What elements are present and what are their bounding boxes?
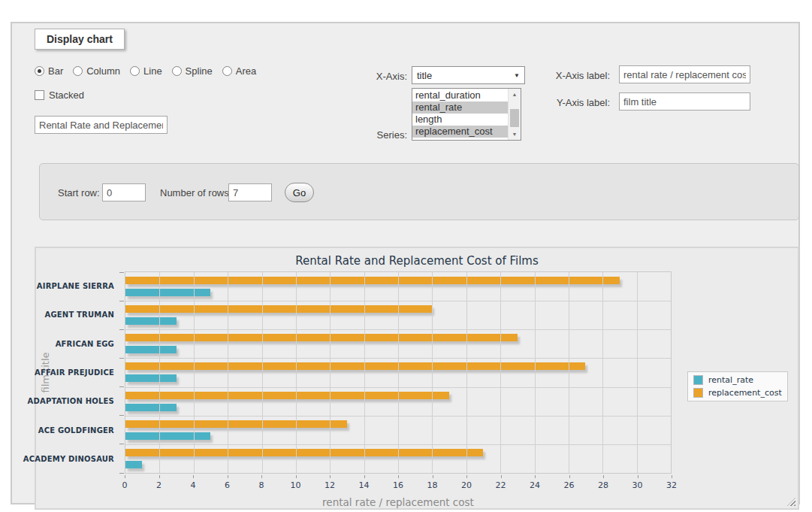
chart-type-option-bar[interactable]: Bar <box>35 65 63 77</box>
series-option-length[interactable]: length <box>412 114 508 126</box>
x-axis-tick-label: 0 <box>122 480 128 490</box>
x-axis-tickmark <box>261 475 262 478</box>
scrollbar-thumb[interactable] <box>510 109 519 127</box>
chart-title-input[interactable] <box>35 116 168 134</box>
chart-type-option-area[interactable]: Area <box>222 65 256 77</box>
x-axis-tickmark <box>125 475 125 478</box>
bar-replacement_cost <box>125 277 620 284</box>
bar-replacement_cost <box>125 420 347 428</box>
scroll-up-icon[interactable]: ▲ <box>509 89 521 100</box>
x-axis-tickmark <box>433 475 433 478</box>
gridline-vertical <box>296 272 297 473</box>
radio-icon[interactable] <box>130 66 140 76</box>
number-of-rows-input[interactable] <box>228 183 272 201</box>
resize-handle-icon[interactable] <box>787 498 795 506</box>
x-axis-ticks: 02468101214161820222426283032 <box>125 475 672 493</box>
bar-replacement_cost <box>125 334 518 341</box>
category-label: ADAPTATION HOLES <box>36 387 114 416</box>
start-row-input[interactable] <box>102 183 146 201</box>
fieldset-legend: Display chart <box>35 29 125 50</box>
bar-replacement_cost <box>125 362 585 370</box>
chart-type-option-label: Area <box>236 65 256 77</box>
y-axis-tickmark <box>119 386 124 387</box>
y-axis-caption-input[interactable] <box>619 92 750 111</box>
x-axis-tickmark <box>466 475 467 478</box>
chart-type-option-label: Line <box>143 65 162 77</box>
x-axis-tick-label: 30 <box>632 480 643 490</box>
bar-rental_rate <box>125 461 142 468</box>
stacked-checkbox[interactable] <box>35 90 44 100</box>
go-button[interactable]: Go <box>285 183 314 202</box>
x-axis-select[interactable]: title ▼ <box>412 66 525 84</box>
plot-area <box>125 271 672 474</box>
bar-rental_rate <box>125 346 177 353</box>
gridline-horizontal <box>125 329 671 330</box>
x-axis-tickmark <box>228 475 228 478</box>
chart-type-option-label: Spline <box>186 65 213 77</box>
series-scrollbar[interactable]: ▲ ▼ <box>508 89 521 140</box>
radio-icon[interactable] <box>172 66 182 76</box>
y-axis-caption-label: Y-Axis label: <box>538 97 610 108</box>
chart-type-option-column[interactable]: Column <box>73 65 120 77</box>
category-label: ACE GOLDFINGER <box>36 416 114 444</box>
category-label: ACADEMY DINOSAUR <box>36 445 114 474</box>
series-options: rental_durationrental_ratelengthreplacem… <box>412 89 508 140</box>
x-axis-select-label: X-Axis: <box>335 71 407 82</box>
legend-entry-replacement_cost: replacement_cost <box>693 388 782 398</box>
gridline-vertical <box>466 272 467 473</box>
gridline-vertical <box>535 272 536 473</box>
radio-icon[interactable] <box>35 66 44 76</box>
stacked-option[interactable]: Stacked <box>35 89 84 101</box>
x-axis-tickmark <box>364 475 365 478</box>
x-axis-tickmark <box>535 475 536 478</box>
fieldset-legend-label: Display chart <box>47 33 113 45</box>
series-option-replacement_cost[interactable]: replacement_cost <box>412 126 508 138</box>
bar-replacement_cost <box>125 449 483 456</box>
gridline-horizontal <box>125 358 671 359</box>
x-axis-tick-label: 8 <box>259 480 264 490</box>
chart-title: Rental Rate and Replacement Cost of Film… <box>36 254 798 268</box>
chart-type-option-label: Column <box>86 65 120 77</box>
x-axis-tick-label: 2 <box>156 480 161 490</box>
stacked-label: Stacked <box>49 89 84 101</box>
radio-icon[interactable] <box>73 66 83 76</box>
x-axis-tick-label: 18 <box>427 480 438 490</box>
legend-entry-rental_rate: rental_rate <box>693 375 782 385</box>
gridline-horizontal <box>125 444 671 445</box>
series-multiselect[interactable]: rental_durationrental_ratelengthreplacem… <box>412 88 521 141</box>
gridline-vertical <box>569 272 569 473</box>
x-axis-tick-label: 6 <box>225 480 230 490</box>
number-of-rows-label: Number of rows: <box>160 187 231 198</box>
category-labels: AIRPLANE SIERRAAGENT TRUMANAFRICAN EGGAF… <box>36 271 114 474</box>
x-axis-tick-label: 12 <box>324 480 335 490</box>
x-axis-tickmark <box>330 475 331 478</box>
y-axis-tickmark <box>119 358 124 359</box>
x-axis-tick-label: 4 <box>191 480 196 490</box>
gridline-vertical <box>228 272 228 473</box>
y-axis-tickmark <box>119 272 124 273</box>
x-axis-tickmark <box>569 475 570 478</box>
radio-icon[interactable] <box>222 66 232 76</box>
gridline-vertical <box>637 272 638 473</box>
gridline-horizontal <box>125 301 671 301</box>
chart-type-options: BarColumnLineSplineArea <box>35 65 256 77</box>
bar-replacement_cost <box>125 392 449 399</box>
bar-rental_rate <box>125 404 177 411</box>
y-axis-tickmark <box>119 473 124 474</box>
chart-type-option-label: Bar <box>48 65 63 77</box>
series-option-rental_duration[interactable]: rental_duration <box>412 89 508 101</box>
y-axis-tickmark <box>119 301 124 301</box>
chart-type-option-line[interactable]: Line <box>130 65 162 77</box>
display-chart-fieldset: Display chart BarColumnLineSplineArea St… <box>11 22 800 504</box>
x-axis-tick-label: 20 <box>461 480 472 490</box>
chart-type-option-spline[interactable]: Spline <box>172 65 213 77</box>
series-option-rental_rate[interactable]: rental_rate <box>412 101 508 114</box>
gridline-vertical <box>159 272 160 473</box>
x-axis-selected-value: title <box>417 70 432 81</box>
scroll-down-icon[interactable]: ▼ <box>509 129 521 140</box>
bar-rental_rate <box>125 289 210 296</box>
y-axis-tickmark <box>119 329 124 330</box>
chart-container: Rental Rate and Replacement Cost of Film… <box>35 247 799 510</box>
legend-series-name: rental_rate <box>708 375 753 385</box>
x-axis-caption-input[interactable] <box>619 65 750 83</box>
